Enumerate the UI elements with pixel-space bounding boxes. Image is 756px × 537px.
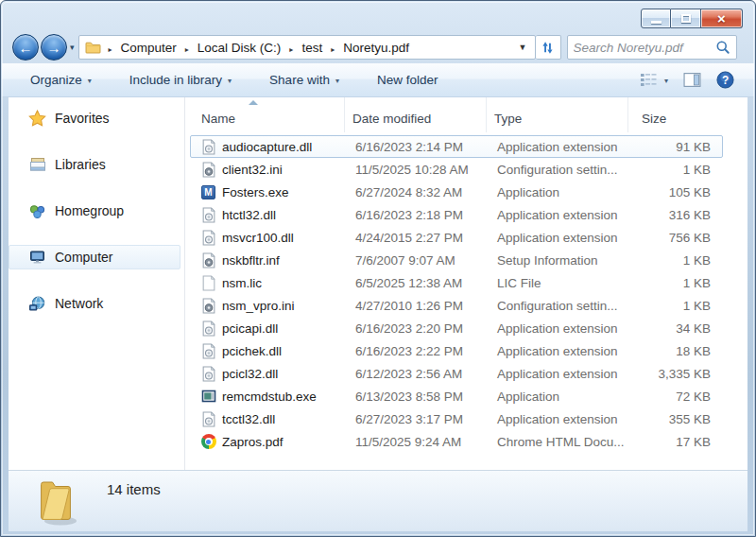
column-header-size[interactable]: Size bbox=[628, 97, 747, 132]
preview-pane-icon bbox=[683, 72, 701, 88]
address-folder-icon bbox=[85, 41, 102, 55]
file-size: 18 KB bbox=[633, 344, 722, 358]
file-row-pcicapi-dll[interactable]: pcicapi.dll6/16/2023 2:20 PMApplication … bbox=[190, 317, 723, 339]
file-row-nsm-lic[interactable]: nsm.lic6/5/2025 12:38 AMLIC File1 KB bbox=[190, 271, 723, 294]
recent-pages-chevron-icon[interactable]: ▾ bbox=[70, 43, 75, 52]
column-header-label: Name bbox=[201, 112, 235, 126]
file-row-remcmdstub-exe[interactable]: remcmdstub.exe6/13/2023 8:58 PMApplicati… bbox=[190, 385, 723, 407]
refresh-button[interactable] bbox=[536, 35, 561, 60]
file-name: audiocapture.dll bbox=[222, 140, 312, 154]
file-type: Application extension bbox=[491, 367, 633, 381]
file-row-nsm-vpro-ini[interactable]: nsm_vpro.ini4/27/2010 1:26 PMConfigurati… bbox=[190, 294, 723, 317]
file-row-tcctl32-dll[interactable]: tcctl32.dll6/27/2023 3:17 PMApplication … bbox=[190, 407, 723, 430]
breadcrumb-segment-local-disk-c[interactable]: Local Disk (C:) bbox=[196, 39, 284, 57]
forward-button[interactable]: → bbox=[41, 34, 67, 61]
computer-icon bbox=[28, 250, 46, 266]
toolbar-item-label: Include in library bbox=[129, 73, 222, 87]
close-button[interactable]: × bbox=[701, 9, 743, 28]
dll-icon bbox=[200, 320, 216, 337]
views-dropdown-chevron-icon: ▾ bbox=[664, 77, 668, 85]
sort-ascending-icon bbox=[249, 100, 258, 105]
file-name: pcicl32.dll bbox=[222, 367, 278, 381]
column-header-type[interactable]: Type bbox=[487, 97, 628, 132]
file-type: Setup Information bbox=[491, 253, 633, 268]
help-button[interactable]: ? bbox=[713, 68, 737, 92]
items-count: 14 items bbox=[107, 481, 161, 497]
file-type: Application extension bbox=[491, 231, 633, 245]
explorer-window: × ← → ▾ ▸Computer▸Local Disk (C:)▸test▸N… bbox=[0, 0, 756, 537]
file-type: Chrome HTML Docu... bbox=[491, 435, 633, 449]
toolbar-item-label: Share with bbox=[269, 73, 330, 87]
file-name: nsm.lic bbox=[222, 276, 262, 290]
column-headers: NameDate modifiedTypeSize bbox=[186, 97, 747, 132]
help-icon: ? bbox=[716, 71, 734, 89]
file-size: 34 KB bbox=[633, 321, 722, 336]
file-row-fosters-exe[interactable]: MFosters.exe6/27/2024 8:32 AMApplication… bbox=[190, 181, 723, 203]
search-icon bbox=[715, 40, 730, 55]
breadcrumb-segment-test[interactable]: test bbox=[300, 39, 324, 57]
toolbar-item-new-folder[interactable]: New folder bbox=[375, 69, 440, 91]
column-header-date[interactable]: Date modified bbox=[345, 97, 487, 132]
column-header-label: Type bbox=[494, 112, 522, 126]
sidebar-item-computer[interactable]: Computer bbox=[9, 245, 180, 269]
sidebar-item-homegroup[interactable]: Homegroup bbox=[9, 199, 180, 223]
sidebar-item-label: Computer bbox=[55, 250, 112, 265]
breadcrumb-separator-icon: ▸ bbox=[331, 45, 335, 54]
file-size: 756 KB bbox=[633, 231, 722, 245]
file-name: nsm_vpro.ini bbox=[222, 299, 295, 313]
breadcrumb-segment-noretyu-pdf[interactable]: Noretyu.pdf bbox=[341, 39, 411, 57]
file-row-pcichek-dll[interactable]: pcichek.dll6/16/2023 2:22 PMApplication … bbox=[190, 339, 723, 362]
file-date-modified: 6/16/2023 2:20 PM bbox=[350, 321, 491, 336]
column-header-name[interactable]: Name bbox=[186, 97, 345, 132]
file-type: Configuration settin... bbox=[491, 163, 633, 177]
svg-text:?: ? bbox=[722, 74, 729, 87]
refresh-icon bbox=[541, 41, 555, 55]
file-row-nskbfltr-inf[interactable]: nskbfltr.inf7/6/2007 9:07 AMSetup Inform… bbox=[190, 249, 723, 271]
toolbar-item-share-with[interactable]: Share with▾ bbox=[267, 69, 341, 91]
ini-gear-icon bbox=[200, 252, 216, 268]
minimize-button[interactable] bbox=[641, 9, 671, 28]
sidebar-item-label: Libraries bbox=[55, 157, 106, 172]
file-row-htctl32-dll[interactable]: htctl32.dll6/16/2023 2:18 PMApplication … bbox=[190, 203, 723, 226]
column-header-label: Date modified bbox=[352, 112, 431, 126]
file-name: tcctl32.dll bbox=[222, 412, 275, 426]
breadcrumb-segment-computer[interactable]: Computer bbox=[119, 39, 179, 57]
file-size: 17 KB bbox=[633, 435, 722, 449]
search-input[interactable] bbox=[574, 41, 715, 55]
ini-gear-icon bbox=[200, 298, 216, 314]
toolbar-item-include-in-library[interactable]: Include in library▾ bbox=[128, 69, 233, 91]
dll-icon bbox=[200, 411, 216, 427]
back-button[interactable]: ← bbox=[12, 34, 39, 61]
maximize-icon bbox=[681, 14, 691, 23]
toolbar-item-organize[interactable]: Organize▾ bbox=[28, 69, 94, 91]
toolbar-item-label: New folder bbox=[377, 73, 438, 87]
address-bar[interactable]: ▸Computer▸Local Disk (C:)▸test▸Noretyu.p… bbox=[78, 35, 536, 60]
views-button[interactable]: ▾ bbox=[637, 70, 671, 90]
main-content: FavoritesLibrariesHomegroupComputerNetwo… bbox=[9, 97, 747, 471]
file-date-modified: 6/27/2023 3:17 PM bbox=[350, 412, 491, 426]
file-row-pcicl32-dll[interactable]: pcicl32.dll6/12/2023 2:56 AMApplication … bbox=[190, 362, 723, 385]
sidebar-item-favorites[interactable]: Favorites bbox=[9, 106, 180, 130]
sidebar-item-libraries[interactable]: Libraries bbox=[9, 152, 180, 177]
file-name: remcmdstub.exe bbox=[222, 390, 317, 404]
maximize-button[interactable] bbox=[671, 9, 701, 28]
title-bar[interactable]: × bbox=[1, 1, 755, 31]
file-date-modified: 6/16/2023 2:22 PM bbox=[350, 344, 491, 358]
address-dropdown-chevron-icon[interactable]: ▼ bbox=[515, 43, 531, 52]
file-type: Application extension bbox=[491, 140, 633, 154]
toolbar-right-group: ▾ ? bbox=[637, 68, 737, 92]
ini-gear-icon bbox=[200, 162, 216, 178]
preview-pane-button[interactable] bbox=[680, 69, 704, 91]
search-box[interactable] bbox=[567, 35, 737, 60]
file-type: Application extension bbox=[491, 344, 633, 358]
breadcrumb: ▸Computer▸Local Disk (C:)▸test▸Noretyu.p… bbox=[102, 41, 411, 55]
file-size: 355 KB bbox=[633, 412, 722, 426]
breadcrumb-separator-icon: ▸ bbox=[185, 45, 189, 54]
file-row-zapros-pdf[interactable]: Zapros.pdf11/5/2025 9:24 AMChrome HTML D… bbox=[190, 430, 723, 453]
file-size: 1 KB bbox=[633, 253, 722, 268]
file-row-client32-ini[interactable]: client32.ini11/5/2025 10:28 AMConfigurat… bbox=[190, 158, 723, 181]
sidebar-item-network[interactable]: Network bbox=[9, 291, 180, 316]
file-row-audiocapture-dll[interactable]: audiocapture.dll6/16/2023 2:14 PMApplica… bbox=[190, 135, 723, 158]
file-row-msvcr100-dll[interactable]: msvcr100.dll4/24/2015 2:27 PMApplication… bbox=[190, 226, 723, 249]
minimize-icon bbox=[651, 21, 662, 24]
